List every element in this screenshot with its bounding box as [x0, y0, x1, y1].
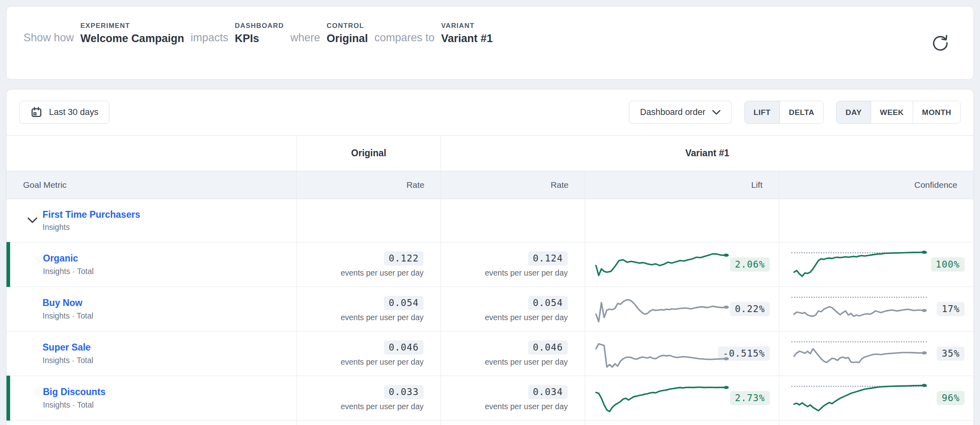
confidence-cell: 100% [779, 242, 974, 287]
empty-cell [441, 199, 585, 242]
col-header-confidence: Confidence [779, 171, 974, 199]
table-row-big-discounts: Big Discounts Insights · Total 0.033 eve… [6, 376, 974, 421]
experiment-value[interactable]: Welcome Campaign [81, 33, 184, 45]
refresh-icon [931, 33, 950, 53]
metric-source: Insights · Total [43, 356, 93, 365]
goal-metric-cell: First Time Purchasers Insights [6, 199, 296, 242]
report-panel: Last 30 days Dashboard order LIFT DELTA … [6, 89, 974, 425]
granularity-option-week[interactable]: WEEK [871, 101, 913, 123]
mode-option-delta[interactable]: DELTA [780, 101, 823, 123]
sentence-compares-to: compares to [375, 31, 435, 45]
variant-selector[interactable]: VARIANT Variant #1 [441, 22, 493, 45]
dashboard-order-dropdown[interactable]: Dashboard order [629, 101, 731, 124]
metric-link[interactable]: Super Sale [43, 342, 91, 353]
metric-source: Insights · Total [43, 311, 93, 321]
rate-unit: events per user per day [341, 313, 424, 322]
experiment-summary-panel: Show how EXPERIMENT Welcome Campaign imp… [6, 6, 974, 80]
rate-unit: events per user per day [485, 402, 568, 411]
toolbar-right-group: Dashboard order LIFT DELTA DAY WEEK MONT… [629, 101, 961, 124]
rate-value: 0.122 [384, 251, 424, 266]
rate-unit: events per user per day [485, 268, 568, 278]
lift-value: 2.06% [730, 257, 770, 272]
experiment-selector[interactable]: EXPERIMENT Welcome Campaign [81, 22, 184, 45]
lift-cell: 0.22% [585, 287, 779, 331]
group-header-spacer [6, 136, 296, 171]
rate-value: 0.034 [528, 385, 568, 399]
metric-link[interactable]: Big Discounts [43, 387, 106, 398]
dashboard-order-label: Dashboard order [640, 107, 705, 117]
confidence-sparkline [791, 382, 927, 415]
granularity-option-month[interactable]: MONTH [913, 101, 960, 123]
rate-value: 0.054 [384, 296, 424, 310]
confidence-sparkline [791, 248, 927, 281]
confidence-sparkline [791, 293, 927, 326]
metric-source: Insights · Total [43, 267, 94, 276]
rate-value: 0.054 [528, 296, 568, 310]
mode-toggle: LIFT DELTA [744, 101, 824, 124]
lift-sparkline [593, 248, 729, 281]
control-value[interactable]: Original [327, 33, 368, 45]
confidence-cell: 35% [779, 332, 974, 376]
sentence-impacts: impacts [191, 31, 228, 45]
refresh-button[interactable] [931, 33, 950, 53]
goal-metric-cell: Super Sale Insights · Total [6, 332, 296, 376]
rate-value: 0.046 [384, 340, 424, 355]
granularity-option-day[interactable]: DAY [837, 101, 871, 123]
results-table: Original Variant #1 Goal Metric Rate Rat… [6, 135, 974, 425]
control-rate-cell: 0.046 events per user per day [296, 332, 441, 376]
empty-cell [585, 199, 779, 242]
rate-value: 0.124 [528, 251, 568, 266]
confidence-value: 17% [937, 302, 965, 316]
table-row-buy-now: Buy Now Insights · Total 0.054 events pe… [6, 287, 974, 332]
col-header-lift: Lift [585, 171, 779, 199]
dashboard-selector[interactable]: DASHBOARD KPIs [235, 22, 284, 45]
lift-cell: 2.06% [585, 242, 779, 287]
confidence-cell: 17% [779, 287, 974, 331]
goal-metric-cell: Organic Insights · Total [6, 242, 296, 287]
goal-metric-cell: Buy Now Insights · Total [6, 287, 296, 331]
col-header-control-rate: Rate [296, 171, 441, 199]
metric-link[interactable]: First Time Purchasers [43, 209, 140, 221]
significance-bar [6, 242, 10, 287]
date-range-button[interactable]: Last 30 days [19, 101, 109, 124]
variant-rate-cell: 0.124 events per user per day [441, 242, 585, 287]
dashboard-label: DASHBOARD [235, 22, 284, 30]
confidence-sparkline [791, 337, 927, 370]
sentence-intro: Show how [23, 31, 74, 45]
sentence-where: where [290, 31, 320, 45]
report-toolbar: Last 30 days Dashboard order LIFT DELTA … [6, 89, 974, 135]
rate-unit: events per user per day [341, 357, 424, 367]
metric-source: Insights [43, 223, 70, 232]
significance-bar [6, 376, 10, 421]
control-group-header: Original [296, 136, 441, 171]
goal-metric-cell: Big Discounts Insights · Total [6, 376, 296, 420]
confidence-value: 35% [937, 346, 965, 361]
rate-unit: events per user per day [341, 268, 424, 278]
metric-link[interactable]: Organic [43, 253, 78, 264]
experiment-sentence: Show how EXPERIMENT Welcome Campaign imp… [23, 22, 493, 45]
lift-cell: -0.515% [585, 332, 779, 376]
metric-link[interactable]: Buy Now [43, 298, 82, 309]
table-row-organic: Organic Insights · Total 0.122 events pe… [6, 242, 974, 287]
date-range-label: Last 30 days [49, 107, 98, 117]
empty-cell [296, 199, 441, 242]
dashboard-value[interactable]: KPIs [235, 33, 284, 45]
collapse-chevron-icon[interactable] [26, 214, 39, 227]
variant-value[interactable]: Variant #1 [441, 33, 493, 45]
table-group-header-row: Original Variant #1 [6, 135, 974, 171]
table-row-super-sale: Super Sale Insights · Total 0.046 events… [6, 332, 974, 376]
mode-option-lift[interactable]: LIFT [745, 101, 780, 123]
control-selector[interactable]: CONTROL Original [327, 22, 368, 45]
variant-rate-cell: 0.054 events per user per day [441, 287, 585, 331]
table-row-partial [6, 421, 974, 425]
confidence-value: 100% [931, 257, 965, 272]
lift-sparkline [593, 382, 729, 415]
experiment-label: EXPERIMENT [81, 22, 184, 30]
variant-label: VARIANT [441, 22, 493, 30]
confidence-cell: 96% [779, 376, 974, 420]
table-row-group-first-time-purchasers: First Time Purchasers Insights [6, 199, 974, 242]
lift-value: 2.73% [730, 391, 770, 405]
rate-value: 0.046 [528, 340, 568, 355]
lift-value: 0.22% [730, 302, 770, 316]
calendar-icon [30, 106, 43, 119]
